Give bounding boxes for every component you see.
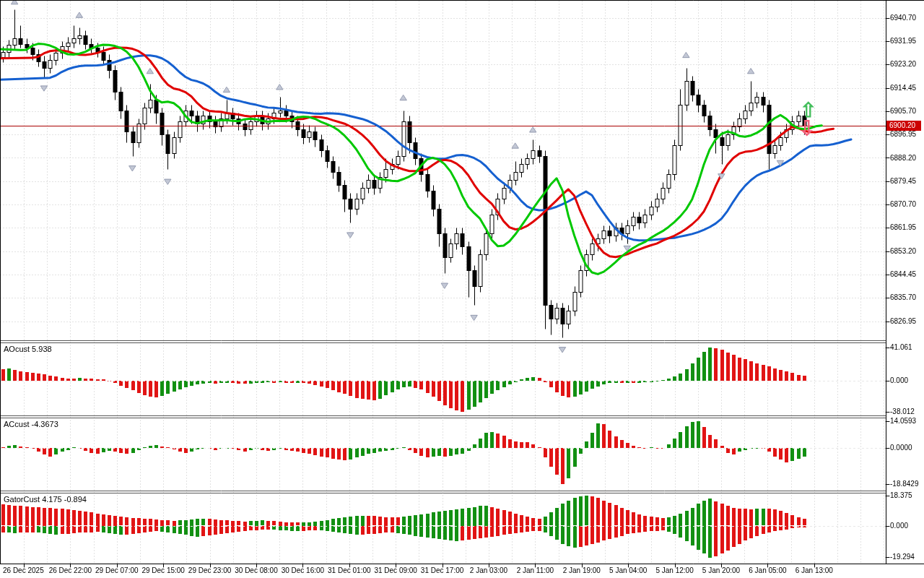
time-tick-label: 5 Jan 04:00 xyxy=(609,566,647,574)
time-axis[interactable]: 26 Dec 202526 Dec 22:0029 Dec 07:0029 De… xyxy=(0,564,924,578)
time-tick-label: 5 Jan 20:00 xyxy=(702,566,740,574)
price-tick-label: 14.0593 xyxy=(890,417,916,425)
ao-indicator-label: AOcust 5.938 xyxy=(4,345,52,353)
time-tick-label: 26 Dec 2025 xyxy=(3,566,44,574)
price-tick-label: 6923.20 xyxy=(890,60,916,68)
price-tick-label: 6940.70 xyxy=(890,14,916,22)
price-tick-label: 6879.45 xyxy=(890,177,916,185)
price-tick-label: -18.8429 xyxy=(890,480,918,488)
price-tick-label: 6914.45 xyxy=(890,84,916,92)
time-tick-label: 31 Dec 17:00 xyxy=(421,566,464,574)
price-tick-label: 6835.70 xyxy=(890,293,916,301)
gator-indicator-label: GatorCust 4.175 -0.894 xyxy=(4,495,87,504)
ac-indicator-label: ACcust -4.3673 xyxy=(4,420,58,428)
trading-chart-window: AOcust 5.938 ACcust -4.3673 GatorCust 4.… xyxy=(0,0,924,578)
price-tick-label: 6844.45 xyxy=(890,270,916,278)
price-tick-label: -19.294 xyxy=(890,553,915,561)
price-tick-label: 6870.70 xyxy=(890,200,916,208)
pane-separator[interactable] xyxy=(0,489,886,493)
time-tick-label: 31 Dec 01:00 xyxy=(328,566,371,574)
time-tick-label: 2 Jan 11:00 xyxy=(517,566,554,574)
price-tick-label: 6888.20 xyxy=(890,154,916,162)
price-tick-label: 0.000 xyxy=(890,376,908,384)
price-tick-label: 6826.95 xyxy=(890,317,916,325)
time-tick-label: 30 Dec 16:00 xyxy=(282,566,325,574)
time-tick-label: 5 Jan 12:00 xyxy=(655,566,693,574)
sell-signal-arrow-icon[interactable]: ⇩ xyxy=(798,118,815,139)
ao-indicator-pane[interactable] xyxy=(0,342,886,415)
time-tick-label: 29 Dec 23:00 xyxy=(188,566,232,574)
time-tick-label: 30 Dec 08:00 xyxy=(235,566,278,574)
gator-indicator-pane[interactable] xyxy=(0,493,886,564)
main-price-pane[interactable] xyxy=(0,0,886,340)
price-tick-label: 18.375 xyxy=(890,491,912,499)
price-tick-label: 41.061 xyxy=(890,343,912,351)
price-tick-label: 6905.70 xyxy=(890,107,916,115)
price-tick-label: 0.000 xyxy=(890,522,908,530)
pane-separator[interactable] xyxy=(0,414,886,418)
time-tick-label: 26 Dec 22:00 xyxy=(49,566,92,574)
price-axis[interactable]: 6940.706931.956923.206914.456905.706896.… xyxy=(886,0,924,564)
pane-separator[interactable] xyxy=(0,339,886,342)
current-price-badge: 6900.20 xyxy=(886,121,921,131)
time-tick-label: 31 Dec 09:00 xyxy=(374,566,417,574)
time-tick-label: 6 Jan 13:00 xyxy=(796,566,833,574)
price-tick-label: -38.012 xyxy=(890,407,915,415)
time-tick-label: 29 Dec 15:00 xyxy=(141,566,185,574)
price-tick-label: 0.0000 xyxy=(890,444,912,452)
price-tick-label: 6896.95 xyxy=(890,130,916,138)
time-tick-label: 29 Dec 07:00 xyxy=(95,566,139,574)
price-tick-label: 6861.95 xyxy=(890,223,916,231)
price-tick-label: 6853.20 xyxy=(890,247,916,255)
ac-indicator-pane[interactable] xyxy=(0,418,886,490)
time-tick-label: 6 Jan 05:00 xyxy=(749,566,786,574)
time-tick-label: 2 Jan 19:00 xyxy=(563,566,601,574)
price-tick-label: 6931.95 xyxy=(890,37,916,45)
time-tick-label: 2 Jan 03:00 xyxy=(470,566,507,574)
